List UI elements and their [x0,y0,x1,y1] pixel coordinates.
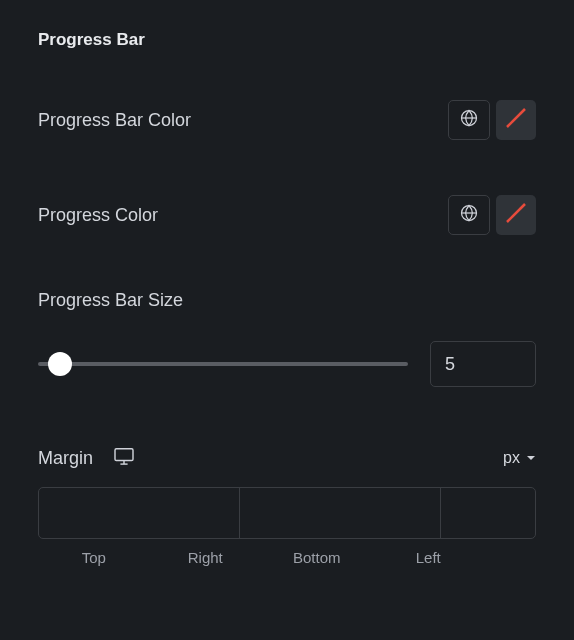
progress-bar-size-label: Progress Bar Size [38,290,536,311]
margin-top-label: Top [38,549,150,566]
global-color-button[interactable] [448,195,490,235]
globe-icon [459,203,479,227]
size-input[interactable] [430,341,536,387]
slider-track [38,362,408,366]
svg-line-1 [507,109,525,127]
margin-header: Margin px [38,447,536,469]
margin-side-labels: Top Right Bottom Left [38,549,536,566]
margin-right-label: Right [150,549,262,566]
progress-color-row: Progress Color [38,195,536,235]
chevron-down-icon [526,449,536,467]
slider-thumb[interactable] [48,352,72,376]
progress-color-label: Progress Color [38,205,158,226]
unit-label: px [503,449,520,467]
no-color-icon [502,199,530,231]
section-title: Progress Bar [38,30,536,50]
progress-bar-size-section: Progress Bar Size [38,290,536,387]
progress-bar-color-row: Progress Bar Color [38,100,536,140]
color-swatch[interactable] [496,195,536,235]
margin-bottom-input[interactable] [441,488,536,538]
progress-bar-color-label: Progress Bar Color [38,110,191,131]
progress-color-control [448,195,536,235]
margin-bottom-label: Bottom [261,549,373,566]
no-color-icon [502,104,530,136]
svg-line-3 [507,204,525,222]
size-slider[interactable] [38,352,408,376]
margin-right-input[interactable] [240,488,441,538]
margin-left-label: Left [373,549,485,566]
color-swatch[interactable] [496,100,536,140]
size-slider-row [38,341,536,387]
margin-label: Margin [38,448,93,469]
margin-inputs [38,487,536,539]
margin-top-input[interactable] [39,488,240,538]
global-color-button[interactable] [448,100,490,140]
unit-select[interactable]: px [503,449,536,467]
svg-rect-4 [115,449,133,461]
responsive-device-button[interactable] [113,447,135,469]
globe-icon [459,108,479,132]
desktop-icon [113,447,135,469]
progress-bar-color-control [448,100,536,140]
margin-section: Margin px Top Right Bottom Left [38,447,536,566]
